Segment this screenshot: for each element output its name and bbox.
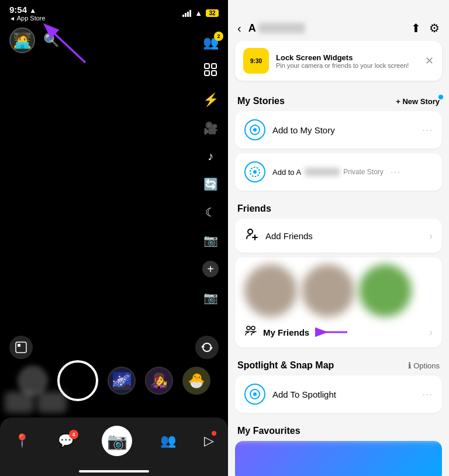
spotlight-title: Spotlight & Snap Map <box>237 360 334 371</box>
svg-point-14 <box>248 229 253 234</box>
header-right: ⬆ ⚙ <box>411 21 440 35</box>
avatar-face: 🧑‍💻 <box>13 32 32 50</box>
add-to-spotlight-label: Add To Spotlight <box>272 389 415 399</box>
options-icon: ℹ <box>408 361 411 370</box>
notif-close-button[interactable]: ✕ <box>425 54 434 67</box>
upload-button[interactable]: ⬆ <box>411 21 421 35</box>
camera-settings-icon[interactable]: 📷 <box>202 233 219 248</box>
svg-point-24 <box>253 392 257 396</box>
svg-rect-4 <box>205 71 209 75</box>
video-icon[interactable]: 🎥 <box>202 120 219 136</box>
avatar-container[interactable]: 🧑‍💻 <box>9 27 35 53</box>
top-bar: 🧑‍💻 🔍 <box>0 24 228 57</box>
username-blurred <box>258 23 305 33</box>
wifi-icon: ▲ <box>195 9 202 18</box>
header-username: A <box>248 22 305 35</box>
friend-thumbnail-2[interactable]: 👩‍🎤 <box>145 367 173 395</box>
friends-section-header: Friends <box>228 195 449 219</box>
options-button[interactable]: ℹ Options <box>408 361 440 370</box>
frame-icon[interactable] <box>202 63 219 80</box>
my-friends-chevron: › <box>429 326 433 339</box>
scan-icon[interactable]: 📷 <box>202 290 219 305</box>
settings-button[interactable]: ⚙ <box>429 21 440 35</box>
nav-chat[interactable]: 💬 4 <box>58 433 74 449</box>
friend-thumb-3[interactable] <box>359 264 412 317</box>
private-story-name-blurred <box>305 168 340 176</box>
plus-button[interactable]: + <box>202 261 219 277</box>
spotlight-section-header: Spotlight & Snap Map ℹ Options <box>228 352 449 375</box>
add-to-spotlight-item[interactable]: Add To Spotlight ··· <box>235 375 442 413</box>
thumbnails-row <box>244 264 433 317</box>
add-to-my-story-item[interactable]: Add to My Story ··· <box>235 111 442 149</box>
status-right: ▲ 32 <box>182 9 219 18</box>
nav-map[interactable]: 📍 <box>14 433 30 449</box>
svg-marker-9 <box>209 347 213 350</box>
add-to-private-story-item[interactable]: Add to A Private Story ··· <box>235 153 442 191</box>
friend-thumb-1[interactable] <box>244 264 297 317</box>
private-story-tag: Private Story <box>343 168 384 176</box>
flash-icon[interactable]: ⚡ <box>202 92 219 108</box>
my-friends-label: My Friends <box>263 327 309 337</box>
private-story-options[interactable]: ··· <box>391 166 401 178</box>
svg-rect-2 <box>205 64 209 68</box>
add-friends-item[interactable]: Add Friends › <box>235 219 442 253</box>
purple-arrow-icon <box>39 22 91 68</box>
my-friends-arrow-icon <box>315 324 350 340</box>
recent-snap-1 <box>18 365 48 396</box>
left-panel: 9:54 ▲ ◄ App Store ▲ 32 🧑‍� <box>0 0 228 476</box>
my-stories-header: My Stories + New Story <box>228 88 449 111</box>
add-friends-label: Add Friends <box>265 231 422 241</box>
right-icons: 👥 2 ⚡ 🎥 ♪ 🔄 ☾ 📷 + <box>202 35 219 305</box>
add-friends-chevron: › <box>429 230 433 242</box>
favourites-preview <box>235 441 442 476</box>
moon-icon[interactable]: ☾ <box>202 205 219 220</box>
notif-subtitle: Pin your camera or friends to your lock … <box>276 62 418 69</box>
svg-line-1 <box>49 29 85 63</box>
add-friends-badge: 2 <box>214 32 223 41</box>
header-left: ‹ A <box>237 22 305 35</box>
right-header: ‹ A ⬆ ⚙ <box>228 0 449 41</box>
new-story-button[interactable]: + New Story <box>396 97 440 106</box>
friend-thumbnail-3[interactable]: 🐣 <box>182 367 210 395</box>
my-friends-row: My Friends › <box>244 324 433 340</box>
friend-thumb-2[interactable] <box>302 264 354 317</box>
my-story-options[interactable]: ··· <box>422 124 433 136</box>
my-friends-icon <box>244 325 257 340</box>
notif-text: Lock Screen Widgets Pin your camera or f… <box>276 53 418 69</box>
add-friends-icon[interactable]: 👥 2 <box>202 35 219 50</box>
friend-thumbnail-1[interactable]: 🌌 <box>108 367 136 395</box>
new-story-dot <box>438 95 443 99</box>
my-friends-left: My Friends <box>244 324 350 340</box>
svg-rect-6 <box>16 342 26 353</box>
nav-camera[interactable]: 📷 <box>102 426 132 456</box>
signal-bars <box>182 10 191 17</box>
private-story-label: Add to A <box>272 168 301 177</box>
add-friend-icon <box>244 227 258 244</box>
notif-icon: 9:30 <box>243 48 269 74</box>
svg-rect-5 <box>212 71 216 75</box>
flip-camera-button[interactable] <box>195 336 219 359</box>
gallery-button[interactable] <box>9 336 33 359</box>
spotlight-options[interactable]: ··· <box>422 388 433 401</box>
app-store-label: ◄ App Store <box>9 15 46 22</box>
avatar[interactable]: 🧑‍💻 <box>9 27 35 53</box>
friends-title: Friends <box>237 203 271 214</box>
svg-point-18 <box>251 326 255 330</box>
flip-icon[interactable]: 🔄 <box>202 177 219 192</box>
chat-badge: 4 <box>69 430 78 439</box>
svg-point-13 <box>253 170 257 174</box>
music-icon[interactable]: ♪ <box>202 149 219 164</box>
bottom-nav: 📍 💬 4 📷 👥 ▷ <box>0 418 228 476</box>
back-button[interactable]: ‹ <box>237 22 241 35</box>
status-bar: 9:54 ▲ ◄ App Store ▲ 32 <box>0 0 228 24</box>
spotlight-icon <box>244 384 265 405</box>
nav-stories[interactable]: ▷ <box>204 433 214 449</box>
side-controls-left <box>9 336 33 359</box>
top-left: 🧑‍💻 🔍 <box>9 27 59 53</box>
capture-button[interactable] <box>57 360 98 401</box>
favourites-section-header: My Favourites <box>228 418 449 441</box>
status-left: 9:54 ▲ ◄ App Store <box>9 5 46 22</box>
location-icon: ▲ <box>29 6 36 15</box>
nav-friends[interactable]: 👥 <box>160 433 176 449</box>
notif-title: Lock Screen Widgets <box>276 53 418 62</box>
